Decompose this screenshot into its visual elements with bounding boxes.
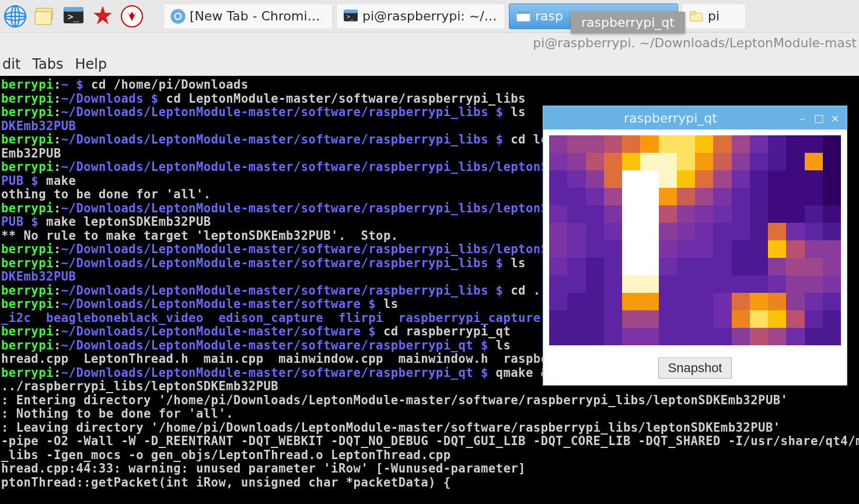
svg-rect-6 — [35, 12, 51, 24]
globe-icon[interactable] — [2, 4, 28, 29]
window-titlebar-path: pi@raspberrypi. ~/Downloads/LeptonModule… — [0, 33, 859, 52]
thermal-image — [549, 135, 841, 345]
qt-title: raspberrypi_qt — [548, 111, 793, 125]
svg-rect-19 — [517, 10, 530, 14]
menu-help[interactable]: Help — [75, 56, 107, 72]
taskbar-task-chromium[interactable]: [New Tab - Chromi… — [163, 4, 333, 29]
minimize-icon[interactable]: – — [795, 111, 809, 125]
terminal-line: hread.cpp:44:33: warning: unused paramet… — [1, 462, 858, 476]
path-text: pi@raspberrypi. ~/Downloads/LeptonModule… — [533, 36, 857, 50]
taskbar-task-terminal[interactable]: >_ pi@raspberrypi: ~/… — [336, 4, 505, 29]
terminal-line: : Leaving directory '/home/pi/Downloads/… — [1, 421, 858, 435]
terminal-line: : Entering directory '/home/pi/Downloads… — [1, 394, 858, 408]
taskbar-task-pi[interactable]: pi — [682, 4, 746, 29]
qt-titlebar[interactable]: raspberrypi_qt – □ × — [543, 106, 847, 130]
chromium-icon — [170, 8, 186, 24]
svg-text:>_: >_ — [68, 11, 79, 22]
terminal-line: berrypi:~ $ cd /home/pi/Downloads — [1, 78, 858, 92]
terminal-line: berrypi:~/Downloads $ cd LeptonModule-ma… — [1, 92, 858, 106]
terminal-line: : Nothing to be done for 'all'. — [1, 407, 858, 421]
menu-edit[interactable]: dit — [2, 56, 20, 72]
taskbar-panel: >_ [New Tab - Chromi… > — [0, 0, 859, 33]
terminal-small-icon: >_ — [343, 8, 359, 24]
folder-icon — [688, 8, 704, 24]
svg-rect-21 — [690, 11, 696, 15]
terminal-line: _libs -Igen_mocs -o gen_objs/LeptonThrea… — [1, 449, 858, 463]
terminal-menubar: dit Tabs Help — [0, 52, 859, 76]
raspberrypi-qt-window: raspberrypi_qt – □ × Snapshot — [543, 106, 847, 386]
taskbar-tooltip: raspberrypi_qt — [571, 12, 685, 33]
terminal-line: -pipe -O2 -Wall -W -D_REENTRANT -DQT_WEB… — [1, 435, 858, 449]
task-label: pi@raspberrypi: ~/… — [362, 9, 497, 23]
menu-tabs[interactable]: Tabs — [32, 56, 63, 72]
maximize-icon[interactable]: □ — [812, 111, 826, 125]
close-icon[interactable]: × — [828, 111, 842, 125]
svg-marker-10 — [93, 6, 112, 24]
svg-point-14 — [176, 13, 180, 18]
terminal-line: ptonThread::getPacket(int iRow, unsigned… — [1, 476, 858, 490]
snapshot-button[interactable]: Snapshot — [658, 358, 732, 379]
terminal-icon[interactable]: >_ — [61, 4, 86, 29]
task-label: pi — [708, 9, 720, 23]
star-icon[interactable] — [90, 4, 116, 29]
task-label: [New Tab - Chromi… — [190, 9, 320, 23]
qt-button-row: Snapshot — [543, 351, 847, 385]
task-label: rasp — [535, 9, 563, 23]
wolf-icon[interactable] — [119, 4, 145, 29]
window-icon — [515, 8, 532, 24]
file-manager-icon[interactable] — [32, 4, 57, 29]
svg-rect-16 — [344, 9, 358, 13]
svg-text:>_: >_ — [347, 13, 354, 20]
